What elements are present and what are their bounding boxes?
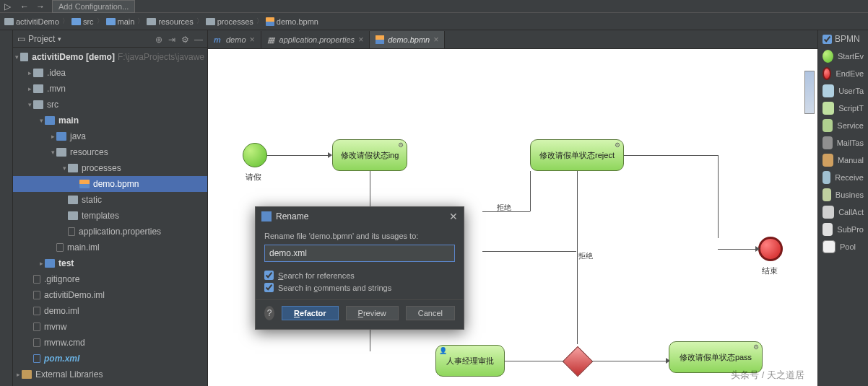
collapse-icon[interactable]: ⇥ (168, 35, 177, 43)
crumb-project[interactable]: activitiDemo (4, 17, 59, 26)
project-icon: ▭ (17, 34, 25, 44)
tree-demo-bpmn[interactable]: demo.bpmn (13, 176, 207, 192)
tree-test[interactable]: ▸test (13, 255, 207, 271)
palette-mail-task[interactable]: MailTas (818, 134, 868, 152)
gear-icon: ⚙ (398, 141, 404, 149)
palette-sub-process[interactable]: SubPro (818, 221, 868, 238)
tree-idea[interactable]: ▸.idea (13, 65, 207, 81)
palette-header: BPMN (818, 30, 868, 48)
tree-main[interactable]: ▾main (13, 113, 207, 128)
crumb-src[interactable]: src (71, 17, 94, 26)
run-icon[interactable]: ▷ (4, 1, 14, 12)
tab-app-props[interactable]: ▦application.properties× (261, 31, 370, 48)
chk-search-comments[interactable]: Search in comments and strings (264, 281, 455, 294)
start-label: 请假 (246, 172, 261, 183)
tree-app-props[interactable]: application.properties (13, 224, 207, 240)
palette-script-task[interactable]: ScriptT (818, 100, 868, 117)
gear-icon: ⚙ (615, 141, 620, 149)
tab-demo[interactable]: mdemo× (208, 31, 261, 48)
minimap[interactable] (804, 71, 815, 114)
tree-pom[interactable]: pom.xml (13, 351, 207, 367)
close-icon[interactable]: × (433, 35, 438, 45)
task-hr-approval[interactable]: 👤人事经理审批 (435, 345, 505, 377)
dialog-titlebar[interactable]: Rename ✕ (256, 207, 464, 226)
project-panel: ▭Project ▾ ⊕ ⇥ ⚙ — ▾activitiDemo [demo]F… (13, 30, 208, 386)
help-icon[interactable]: ? (264, 306, 274, 320)
palette-end-event[interactable]: EndEve (818, 65, 868, 82)
tree-root[interactable]: ▾activitiDemo [demo]F:\javaProjects\java… (13, 49, 207, 65)
tree-scratches[interactable]: ▸Scratches and Consoles (13, 382, 207, 386)
tree-java[interactable]: ▸java (13, 128, 207, 144)
tree-resources[interactable]: ▾resources (13, 144, 207, 160)
crumb-processes[interactable]: processes (206, 17, 253, 26)
breadcrumb: activitiDemo〉 src〉 main〉 resources〉 proc… (0, 13, 868, 30)
tree-static[interactable]: static (13, 192, 207, 208)
palette-service-task[interactable]: Service (818, 117, 868, 134)
tree-mvnw[interactable]: mvnw (13, 319, 207, 335)
tree-activiti-iml[interactable]: activitiDemo.iml (13, 287, 207, 303)
exclusive-gateway[interactable] (563, 346, 593, 377)
preview-button[interactable]: Preview (346, 306, 399, 320)
main-toolbar: ▷ ← → Add Configuration... (0, 0, 868, 13)
crumb-file[interactable]: demo.bpmn (266, 17, 318, 26)
crumb-resources[interactable]: resources (147, 17, 193, 26)
panel-title: Project (28, 34, 55, 44)
run-config-selector[interactable]: Add Configuration... (52, 0, 135, 13)
start-event[interactable] (243, 143, 267, 167)
end-label: 结束 (762, 266, 778, 276)
intellij-icon (261, 211, 272, 221)
tree-processes[interactable]: ▾processes (13, 160, 207, 176)
palette-start-event[interactable]: StartEv (818, 48, 868, 65)
tree-src[interactable]: ▾src (13, 97, 207, 113)
end-event[interactable] (758, 237, 783, 261)
tree-ext-libs[interactable]: ▸External Libraries (13, 367, 207, 382)
refactor-button[interactable]: Refactor (282, 306, 339, 320)
left-gutter (0, 30, 13, 386)
back-icon[interactable]: ← (20, 1, 30, 12)
palette-business-rule[interactable]: Busines (818, 186, 868, 203)
tree-templates[interactable]: templates (13, 208, 207, 224)
dialog-title: Rename (276, 211, 308, 221)
palette-pool[interactable]: Pool (818, 238, 868, 255)
close-icon[interactable]: × (358, 35, 363, 45)
bpmn-palette: BPMN StartEv EndEve UserTa ScriptT Servi… (817, 30, 868, 386)
tree-demo-iml[interactable]: demo.iml (13, 303, 207, 319)
user-icon: 👤 (439, 347, 447, 354)
rename-dialog: Rename ✕ Rename file 'demo.bpmn' and its… (255, 206, 464, 330)
dialog-prompt: Rename file 'demo.bpmn' and its usages t… (264, 232, 455, 240)
hide-icon[interactable]: — (194, 35, 203, 43)
palette-manual-task[interactable]: Manual (818, 152, 868, 169)
project-panel-header: ▭Project ▾ ⊕ ⇥ ⚙ — (13, 30, 207, 48)
task-modify-status-ing[interactable]: ⚙修改请假状态ing (332, 139, 407, 171)
palette-toggle[interactable] (823, 35, 832, 44)
palette-user-task[interactable]: UserTa (818, 82, 868, 100)
gear-icon: ⚙ (753, 343, 759, 351)
crumb-main[interactable]: main (106, 17, 135, 26)
scroll-to-icon[interactable]: ⊕ (155, 35, 164, 43)
tree-main-iml[interactable]: main.iml (13, 240, 207, 255)
tree-gitignore[interactable]: .gitignore (13, 271, 207, 287)
editor-tabs: mdemo× ▦application.properties× demo.bpm… (208, 30, 817, 49)
tree-mvn[interactable]: ▸.mvn (13, 81, 207, 97)
project-tree[interactable]: ▾activitiDemo [demo]F:\javaProjects\java… (13, 48, 207, 386)
fwd-icon[interactable]: → (36, 1, 46, 12)
tab-demo-bpmn[interactable]: demo.bpmn× (370, 31, 445, 48)
close-icon[interactable]: × (250, 35, 255, 45)
close-icon[interactable]: ✕ (449, 211, 458, 222)
rename-input[interactable] (264, 245, 455, 262)
chk-search-references[interactable]: Search for references (264, 269, 455, 281)
palette-receive-task[interactable]: Receive (818, 169, 868, 186)
edge-label-reject: 拒绝 (497, 203, 511, 213)
cancel-button[interactable]: Cancel (406, 306, 455, 320)
watermark: 头条号 / 天之道居 (731, 369, 804, 382)
gear-icon[interactable]: ⚙ (181, 35, 190, 43)
palette-call-activity[interactable]: CallAct (818, 203, 868, 221)
task-modify-status-reject[interactable]: ⚙修改请假单状态reject (530, 139, 624, 171)
edge-label-reject: 拒绝 (578, 251, 593, 261)
tree-mvnw-cmd[interactable]: mvnw.cmd (13, 335, 207, 351)
